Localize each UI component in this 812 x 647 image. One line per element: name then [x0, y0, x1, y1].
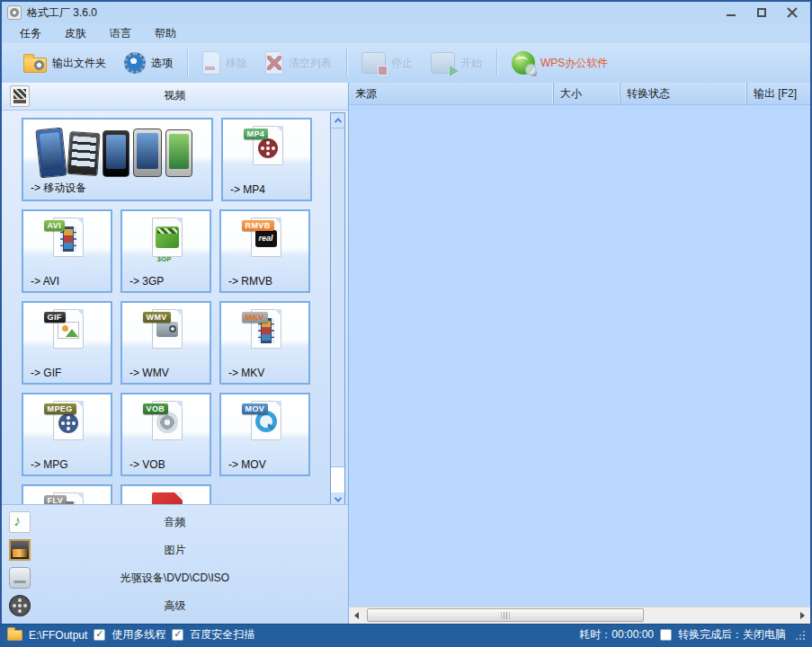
window-title: 格式工厂 3.6.0 [27, 5, 97, 21]
baidu-scan-label: 百度安全扫描 [190, 627, 254, 643]
clapperboard-icon [10, 85, 30, 107]
output-path-folder-icon [7, 630, 22, 641]
convert-to-vob[interactable]: VOB -> VOB [120, 393, 211, 476]
scrollbar-track[interactable] [331, 467, 344, 492]
maximize-icon[interactable] [756, 7, 767, 18]
menu-task[interactable]: 任务 [20, 26, 41, 41]
main-area: 视频 -> 移动设备 [2, 83, 810, 624]
column-status[interactable]: 转换状态 [620, 83, 747, 104]
column-source[interactable]: 来源 [349, 83, 554, 104]
resize-grip[interactable] [796, 631, 805, 640]
convert-to-mkv[interactable]: MKV -> MKV [219, 301, 310, 385]
chevron-down-icon [334, 494, 341, 501]
app-icon [7, 5, 22, 20]
convert-to-rmvb[interactable]: real RMVB -> RMVB [219, 209, 310, 293]
gif-file-icon: GIF [48, 309, 87, 356]
category-advanced[interactable]: 高级 [2, 592, 348, 620]
task-list-panel: 来源 大小 转换状态 输出 [F2] [348, 83, 810, 624]
hscrollbar-thumb[interactable] [367, 608, 644, 622]
output-folder-button[interactable]: 输出文件夹 [14, 46, 115, 80]
output-path[interactable]: E:\FFOutput [29, 629, 87, 642]
mov-file-icon: MOV [245, 401, 285, 448]
start-icon [431, 52, 455, 74]
convert-to-swf[interactable]: f [120, 484, 211, 504]
convert-to-flv[interactable]: FLV -> FLV [22, 484, 112, 504]
app-window: 格式工厂 3.6.0 任务 皮肤 语言 帮助 输出文件夹 选项 移除 清空列表 [0, 0, 812, 647]
convert-to-3gp[interactable]: 3GP -> 3GP [120, 209, 211, 293]
avi-file-icon: AVI [48, 217, 87, 264]
options-button[interactable]: 选项 [115, 46, 182, 80]
menu-language[interactable]: 语言 [110, 26, 131, 41]
folder-icon [23, 58, 47, 73]
remove-button[interactable]: 移除 [193, 46, 256, 80]
format-panel: 视频 -> 移动设备 [2, 83, 348, 624]
convert-to-gif[interactable]: GIF -> GIF [22, 301, 112, 385]
arrow-right-icon [800, 612, 805, 619]
menu-help[interactable]: 帮助 [155, 26, 176, 41]
video-section-header[interactable]: 视频 [2, 83, 348, 111]
stop-icon [361, 52, 386, 74]
swf-flash-icon: f [147, 492, 186, 504]
disc-drive-icon [9, 567, 31, 589]
format-grid: -> 移动设备 MP4 -> MP4 [2, 111, 348, 504]
toolbar-separator [187, 49, 188, 76]
column-size[interactable]: 大小 [554, 83, 620, 104]
remove-icon [202, 51, 220, 75]
arrow-left-icon [354, 612, 359, 619]
mobile-devices-icon [36, 127, 198, 179]
stop-button[interactable]: 停止 [352, 46, 422, 80]
category-rom-dvd-cd-iso[interactable]: 光驱设备\DVD\CD\ISO [2, 564, 348, 592]
category-list: 音频 图片 光驱设备\DVD\CD\ISO 高级 [2, 504, 348, 624]
scrollbar-thumb[interactable] [331, 128, 344, 467]
toolbar-separator [346, 49, 347, 76]
column-output[interactable]: 输出 [F2] [747, 83, 810, 104]
mkv-file-icon: MKV [245, 309, 285, 356]
format-grid-scrollbar[interactable] [330, 112, 345, 504]
menu-skin[interactable]: 皮肤 [65, 26, 86, 41]
clear-list-icon [265, 51, 283, 75]
convert-to-avi[interactable]: AVI -> AVI [22, 209, 112, 293]
scroll-right-button[interactable] [795, 607, 810, 624]
mpg-file-icon: MPEG [48, 401, 87, 448]
convert-to-mov[interactable]: MOV -> MOV [219, 393, 310, 476]
scroll-up-button[interactable] [331, 113, 344, 128]
wps-office-button[interactable]: WPS办公软件 [503, 46, 617, 80]
window-controls [726, 7, 805, 18]
status-bar: E:\FFOutput 使用多线程 百度安全扫描 耗时：00:00:00 转换完… [2, 624, 810, 645]
picture-icon [9, 539, 31, 561]
task-list-hscrollbar[interactable] [349, 607, 810, 624]
gear-icon [124, 52, 146, 74]
chevron-up-icon [334, 118, 341, 125]
video-section-label: 视频 [165, 88, 186, 103]
multithread-checkbox[interactable] [94, 629, 105, 641]
task-table-header: 来源 大小 转换状态 输出 [F2] [349, 83, 810, 105]
3gp-file-icon: 3GP [147, 217, 186, 264]
category-picture[interactable]: 图片 [2, 536, 348, 564]
scroll-down-button[interactable] [331, 492, 344, 504]
start-button[interactable]: 开始 [422, 46, 491, 80]
mp4-file-icon: MP4 [247, 126, 287, 173]
convert-to-mp4[interactable]: MP4 -> MP4 [221, 118, 312, 201]
shutdown-label: 转换完成后：关闭电脑 [678, 627, 786, 643]
close-icon[interactable] [787, 7, 798, 18]
wmv-file-icon: WMV [147, 309, 186, 356]
convert-to-wmv[interactable]: WMV -> WMV [120, 301, 211, 385]
task-list-body[interactable] [349, 105, 810, 607]
menu-bar: 任务 皮肤 语言 帮助 [2, 23, 810, 43]
baidu-scan-checkbox[interactable] [172, 629, 183, 641]
clear-list-button[interactable]: 清空列表 [256, 46, 341, 80]
elapsed-time: 耗时：00:00:00 [579, 627, 654, 643]
vob-file-icon: VOB [147, 401, 186, 448]
multithread-label: 使用多线程 [112, 627, 165, 643]
flv-file-icon: FLV [48, 492, 87, 504]
minimize-icon[interactable] [726, 7, 736, 18]
convert-to-mobile-device[interactable]: -> 移动设备 [22, 118, 213, 201]
shutdown-checkbox[interactable] [660, 629, 672, 641]
convert-to-mpg[interactable]: MPEG -> MPG [22, 393, 112, 476]
title-bar: 格式工厂 3.6.0 [2, 2, 810, 23]
scroll-left-button[interactable] [349, 607, 364, 624]
wps-globe-icon [512, 51, 535, 75]
rmvb-file-icon: real RMVB [245, 217, 285, 264]
audio-icon [9, 511, 31, 533]
category-audio[interactable]: 音频 [2, 509, 348, 536]
